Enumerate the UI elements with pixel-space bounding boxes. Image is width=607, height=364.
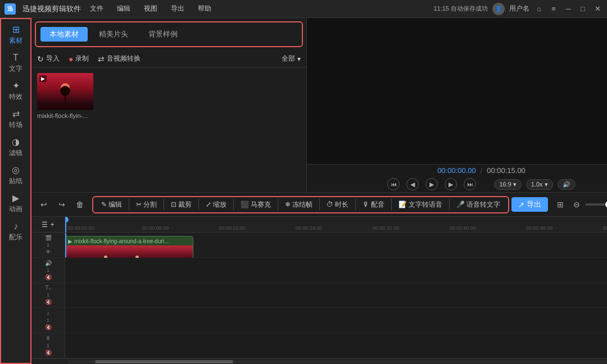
- timeline-scrollbar: [31, 358, 607, 364]
- play-button[interactable]: ▶: [425, 178, 438, 190]
- sidebar-label-transition: 转场: [9, 120, 22, 130]
- mask-icon: ⬛: [241, 201, 249, 208]
- music-mute-icon[interactable]: 🔇: [45, 324, 52, 330]
- timeline-add-track[interactable]: ☰ +: [31, 217, 65, 232]
- audio-mute-icon[interactable]: 🔇: [45, 274, 52, 280]
- thumb-video-icon: ▶: [39, 75, 47, 82]
- redo-button[interactable]: ↪: [54, 197, 70, 212]
- grid-view-button[interactable]: ⊞: [552, 197, 568, 212]
- convert-button[interactable]: ⇄ 音视频转换: [98, 54, 141, 63]
- edit-tool-speech[interactable]: 🎤 语音转文字: [452, 198, 505, 211]
- delete-button[interactable]: 🗑: [72, 197, 88, 212]
- sidebar-item-audio[interactable]: ♪ 配乐: [1, 218, 30, 245]
- speech-label: 语音转文字: [466, 200, 500, 210]
- edit-tool-freeze[interactable]: ❄ 冻结帧: [280, 198, 317, 211]
- edit-tool-mask[interactable]: ⬛ 马赛克: [236, 198, 275, 211]
- sidebar-item-animation[interactable]: ▶ 动画: [1, 190, 30, 217]
- sidebar-label-filter: 滤镜: [9, 148, 22, 158]
- clip-play-icon: ▶: [68, 238, 73, 244]
- media-panel: 本地素材 精美片头 背景样例 ↻ 导入 ● 录制 ⇄ 音视频转换: [31, 18, 307, 192]
- undo-button[interactable]: ↩: [36, 197, 52, 212]
- right-tools: ⊞ ⊖ ⊕ ⤡: [552, 197, 607, 212]
- rewind-button[interactable]: ⏮: [387, 178, 400, 190]
- sidebar-item-text[interactable]: T 文字: [1, 49, 30, 76]
- tool-divider: [449, 199, 450, 210]
- next-frame-button[interactable]: ▶: [445, 178, 457, 190]
- aspect-ratio-label: 16:9: [499, 181, 511, 188]
- sticker-icon: ◎: [12, 165, 20, 175]
- text-mute-icon[interactable]: 🔇: [45, 299, 52, 305]
- record-label: 录制: [75, 54, 89, 63]
- timeline-ruler: 00:00:00.00 00:00:08.00 00:00:16.00 00:0…: [65, 217, 607, 232]
- sidebar-item-media[interactable]: ⊞ 素材: [1, 21, 30, 48]
- video-track-label: 🎬 1 👁: [31, 233, 65, 258]
- preview-container: [307, 18, 607, 164]
- edit-tools-group: ✎ 编辑 ✂ 分割 ⊡ 裁剪 ⤢ 缩放: [92, 196, 509, 213]
- edit-tool-split[interactable]: ✂ 分割: [132, 198, 161, 211]
- menu-edit[interactable]: 编辑: [115, 3, 133, 15]
- sidebar-item-transition[interactable]: ⇄ 转场: [1, 106, 30, 133]
- zoom-slider[interactable]: [585, 203, 607, 206]
- edit-tool-zoom[interactable]: ⤢ 缩放: [201, 198, 231, 211]
- tool-divider: [233, 199, 234, 210]
- voice-track-label: 🎙 1 🔇: [31, 333, 65, 358]
- hamburger-button[interactable]: ≡: [549, 4, 559, 14]
- video-track-icon: 🎬: [45, 235, 52, 241]
- track-labels: 🎬 1 👁 🔊 1 🔇 Tₐ 1 🔇 ♪: [31, 233, 65, 358]
- speed-setting[interactable]: 1.0x ▾: [526, 179, 553, 190]
- prev-frame-button[interactable]: ◀: [406, 178, 419, 190]
- edit-tool-edit[interactable]: ✎ 编辑: [97, 198, 126, 211]
- sidebar-label-audio: 配乐: [9, 233, 22, 242]
- media-toolbar: ↻ 导入 ● 录制 ⇄ 音视频转换 全部 ▾: [31, 51, 306, 67]
- maximize-button[interactable]: □: [578, 4, 588, 14]
- volume-setting[interactable]: 🔊: [558, 179, 576, 190]
- scrollbar-track[interactable]: [67, 360, 607, 363]
- export-label: 导出: [527, 199, 541, 210]
- tab-local-media[interactable]: 本地素材: [40, 27, 88, 42]
- zoom-label: 缩放: [213, 200, 227, 210]
- menu-help[interactable]: 帮助: [196, 3, 214, 15]
- scrollbar-thumb[interactable]: [95, 360, 233, 363]
- top-area: 本地素材 精美片头 背景样例 ↻ 导入 ● 录制 ⇄ 音视频转换: [31, 18, 607, 364]
- record-button[interactable]: ● 录制: [69, 54, 89, 63]
- convert-icon: ⇄: [98, 54, 105, 63]
- tab-premium[interactable]: 精美片头: [90, 27, 137, 42]
- voice-track-num: 1: [47, 343, 49, 348]
- minimize-button[interactable]: ─: [563, 4, 573, 14]
- filter-label: 全部: [282, 54, 295, 63]
- sidebar-item-sticker[interactable]: ◎ 贴纸: [1, 162, 30, 189]
- menu-export[interactable]: 导出: [169, 3, 187, 15]
- sidebar-item-effects[interactable]: ✦ 特效: [1, 78, 30, 104]
- import-button[interactable]: ↻ 导入: [37, 54, 60, 63]
- zoom-out-button[interactable]: ⊖: [570, 198, 583, 211]
- menu-view[interactable]: 视图: [142, 3, 160, 15]
- username: 用户名: [509, 4, 529, 13]
- voice-mute-icon[interactable]: 🔇: [45, 349, 52, 356]
- total-time: 00:00:15.00: [487, 166, 526, 175]
- close-button[interactable]: ✕: [592, 4, 603, 14]
- tab-template[interactable]: 背景样例: [139, 27, 187, 42]
- video-track-eye-icon[interactable]: 👁: [46, 249, 51, 255]
- forward-button[interactable]: ⏭: [464, 178, 476, 190]
- home-button[interactable]: ⌂: [534, 4, 544, 14]
- export-button[interactable]: ↗ 导出: [511, 197, 548, 212]
- tool-divider: [129, 199, 129, 210]
- menu-file[interactable]: 文件: [88, 3, 106, 15]
- playhead-line: [65, 217, 66, 232]
- aspect-ratio-setting[interactable]: 16:9 ▾: [494, 179, 521, 190]
- edit-tool-subtitle[interactable]: 📝 文字转语音: [394, 198, 447, 211]
- edit-tool-voiceover[interactable]: 🎙 配音: [358, 198, 389, 211]
- edit-tool-duration[interactable]: ⏱ 时长: [322, 198, 353, 211]
- audio-track-label: 🔊 1 🔇: [31, 258, 65, 283]
- tracks-content: ▶ mixkit-flock-flying-around-a-tree-duri…: [65, 233, 607, 358]
- media-filter-dropdown[interactable]: 全部 ▾: [282, 54, 301, 63]
- sidebar-item-filter[interactable]: ◑ 滤镜: [1, 134, 30, 161]
- edit-tool-crop[interactable]: ⊡ 裁剪: [166, 198, 196, 211]
- tool-divider: [319, 199, 320, 210]
- timeline-tracks: 🎬 1 👁 🔊 1 🔇 Tₐ 1 🔇 ♪: [31, 233, 607, 358]
- video-track-row: ▶ mixkit-flock-flying-around-a-tree-duri…: [65, 233, 607, 258]
- undo-redo-group: ↩ ↪ 🗑: [36, 197, 88, 212]
- crop-label: 裁剪: [178, 200, 192, 210]
- media-item[interactable]: ▶ mixkit-flock-flyin-...: [37, 73, 93, 119]
- voice-track-icon: 🎙: [46, 335, 51, 342]
